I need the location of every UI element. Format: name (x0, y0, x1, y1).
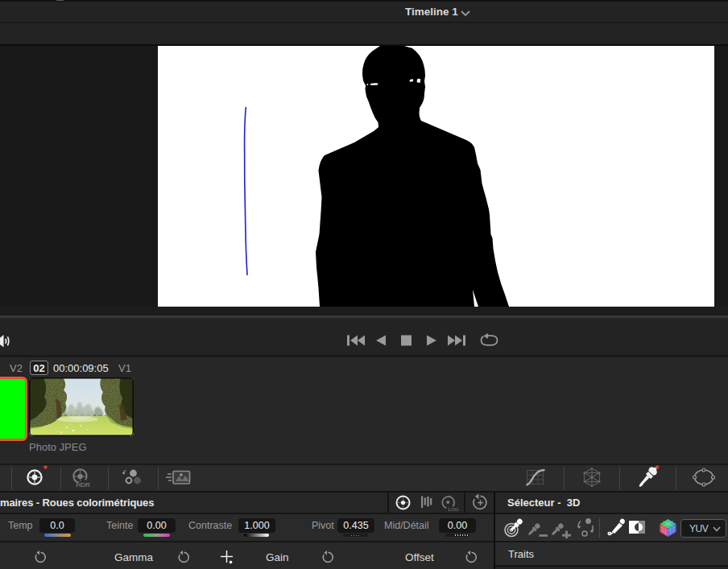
svg-text:LOG: LOG (449, 506, 459, 512)
svg-text:HDR: HDR (77, 481, 91, 489)
